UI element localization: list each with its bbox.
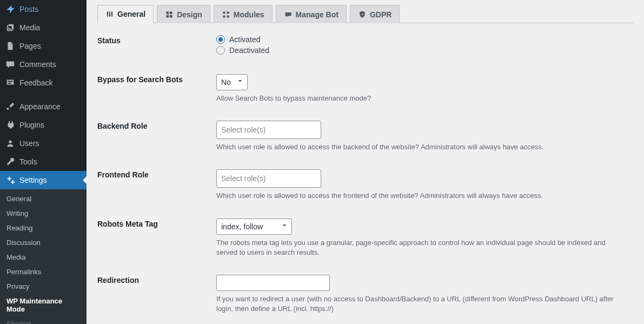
tab-label: Design bbox=[177, 10, 202, 19]
status-deactivated-label: Deactivated bbox=[229, 46, 269, 55]
frontend-role-desc: Which user role is allowed to access the… bbox=[216, 191, 627, 201]
submenu-sharing[interactable]: Sharing bbox=[0, 316, 87, 324]
sidebar-item-label: Media bbox=[19, 23, 40, 32]
sidebar-item-users[interactable]: Users bbox=[0, 134, 87, 153]
bypass-label: Bypass for Search Bots bbox=[97, 74, 216, 103]
page-icon bbox=[5, 41, 15, 51]
tab-label: Manage Bot bbox=[296, 10, 338, 19]
shield-icon bbox=[358, 10, 367, 19]
feedback-icon bbox=[5, 78, 15, 88]
backend-role-select[interactable]: Select role(s) bbox=[216, 121, 321, 139]
svg-point-0 bbox=[107, 12, 108, 14]
sidebar-item-comments[interactable]: Comments bbox=[0, 55, 87, 74]
sidebar-item-label: Appearance bbox=[19, 102, 61, 111]
sidebar-item-settings[interactable]: Settings bbox=[0, 171, 87, 189]
svg-rect-10 bbox=[227, 15, 229, 17]
status-activated-label: Activated bbox=[229, 35, 261, 44]
sidebar-item-label: Settings bbox=[19, 176, 47, 184]
design-icon bbox=[165, 10, 174, 19]
tab-manage-bot[interactable]: Manage Bot bbox=[276, 5, 347, 23]
sidebar-item-pages[interactable]: Pages bbox=[0, 37, 87, 55]
wrench-icon bbox=[5, 157, 15, 167]
svg-rect-6 bbox=[170, 15, 172, 17]
submenu-wp-maintenance-mode[interactable]: WP Maintenance Mode bbox=[0, 294, 87, 316]
plug-icon bbox=[5, 120, 15, 130]
tab-label: General bbox=[117, 10, 145, 18]
robots-select[interactable]: index, follow bbox=[216, 219, 292, 235]
submenu-privacy[interactable]: Privacy bbox=[0, 279, 87, 294]
submenu-discussion[interactable]: Discussion bbox=[0, 235, 87, 250]
frontend-role-placeholder: Select role(s) bbox=[221, 174, 265, 183]
sidebar-item-posts[interactable]: Posts bbox=[0, 0, 87, 18]
svg-rect-3 bbox=[167, 11, 169, 14]
sidebar-item-feedback[interactable]: Feedback bbox=[0, 74, 87, 92]
submenu-writing[interactable]: Writing bbox=[0, 206, 87, 221]
tab-general[interactable]: General bbox=[97, 5, 154, 23]
tab-label: Modules bbox=[234, 10, 264, 19]
sidebar-item-appearance[interactable]: Appearance bbox=[0, 97, 87, 116]
svg-rect-4 bbox=[170, 11, 172, 14]
svg-point-1 bbox=[109, 15, 110, 16]
submenu-general[interactable]: General bbox=[0, 191, 87, 206]
submenu-reading[interactable]: Reading bbox=[0, 221, 87, 235]
submenu-media[interactable]: Media bbox=[0, 250, 87, 265]
svg-rect-9 bbox=[223, 15, 225, 17]
sidebar-item-label: Pages bbox=[19, 42, 41, 50]
backend-role-desc: Which user role is allowed to access the… bbox=[216, 142, 627, 152]
redirect-desc: If you want to redirect a user (with no … bbox=[216, 294, 627, 314]
status-deactivated-radio[interactable] bbox=[216, 46, 225, 55]
bypass-select[interactable]: No bbox=[216, 74, 248, 90]
robots-desc: The robots meta tag lets you use a granu… bbox=[216, 238, 627, 257]
frontend-role-select[interactable]: Select role(s) bbox=[216, 169, 321, 188]
brush-icon bbox=[5, 102, 15, 111]
comment-icon bbox=[5, 59, 15, 69]
sidebar-item-label: Plugins bbox=[19, 121, 44, 129]
bot-icon bbox=[284, 10, 293, 19]
svg-rect-8 bbox=[227, 11, 229, 14]
admin-sidebar: Posts Media Pages Comments Feedback Appe… bbox=[0, 0, 87, 324]
chevron-down-icon bbox=[236, 77, 244, 88]
pin-icon bbox=[5, 4, 15, 14]
redirect-label: Redirection bbox=[97, 275, 216, 314]
tab-gdpr[interactable]: GDPR bbox=[350, 5, 400, 23]
media-icon bbox=[5, 23, 15, 32]
bypass-desc: Allow Search Bots to bypass maintenance … bbox=[216, 94, 627, 103]
modules-icon bbox=[222, 10, 230, 19]
submenu-permalinks[interactable]: Permalinks bbox=[0, 265, 87, 279]
bypass-value: No bbox=[221, 77, 231, 88]
user-icon bbox=[5, 138, 15, 148]
sidebar-item-label: Comments bbox=[19, 60, 56, 69]
chevron-down-icon bbox=[281, 221, 288, 232]
status-label: Status bbox=[97, 35, 216, 57]
frontend-role-label: Frontend Role bbox=[97, 169, 216, 201]
sidebar-item-label: Users bbox=[19, 139, 39, 148]
redirect-input[interactable] bbox=[216, 275, 330, 291]
svg-rect-7 bbox=[223, 11, 225, 14]
sidebar-submenu-settings: General Writing Reading Discussion Media… bbox=[0, 189, 87, 324]
robots-value: index, follow bbox=[221, 221, 263, 232]
sidebar-item-tools[interactable]: Tools bbox=[0, 153, 87, 171]
tab-label: GDPR bbox=[370, 10, 391, 19]
backend-role-placeholder: Select role(s) bbox=[221, 125, 265, 134]
sliders-icon bbox=[105, 10, 114, 18]
status-activated-radio[interactable] bbox=[216, 35, 225, 44]
sidebar-item-label: Feedback bbox=[19, 78, 52, 87]
backend-role-label: Backend Role bbox=[97, 121, 216, 152]
general-settings-form: Status Activated Deactivated Bypass for … bbox=[97, 35, 633, 314]
tab-design[interactable]: Design bbox=[157, 5, 210, 23]
svg-point-2 bbox=[111, 14, 112, 15]
main-content: General Design Modules Manage Bot GDPR S… bbox=[87, 0, 644, 324]
robots-label: Robots Meta Tag bbox=[97, 219, 216, 257]
sidebar-item-label: Tools bbox=[19, 157, 37, 166]
sidebar-item-media[interactable]: Media bbox=[0, 18, 87, 37]
sidebar-item-plugins[interactable]: Plugins bbox=[0, 116, 87, 134]
settings-icon bbox=[5, 175, 15, 185]
tab-modules[interactable]: Modules bbox=[214, 5, 273, 23]
svg-rect-5 bbox=[167, 15, 169, 17]
sidebar-item-label: Posts bbox=[19, 5, 38, 14]
settings-tabs: General Design Modules Manage Bot GDPR bbox=[97, 4, 633, 23]
